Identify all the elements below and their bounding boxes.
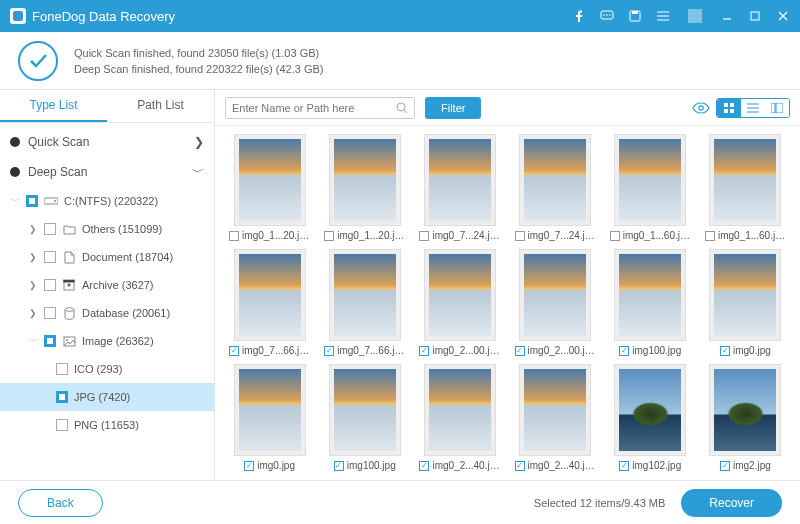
thumbnail-item[interactable]: img0_7...66.jpg — [320, 249, 409, 356]
image-icon — [62, 334, 76, 348]
checkbox-icon[interactable] — [26, 195, 38, 207]
maximize-icon[interactable] — [748, 9, 762, 23]
tree-node-png[interactable]: PNG (11653) — [0, 411, 214, 439]
thumbnail-caption: img0.jpg — [701, 345, 790, 356]
checkbox-icon[interactable] — [515, 231, 525, 241]
thumbnail-item[interactable]: img0_2...40.jpg — [415, 364, 504, 471]
thumbnail-item[interactable]: img0.jpg — [701, 249, 790, 356]
view-list-button[interactable] — [741, 99, 765, 117]
checkbox-icon[interactable] — [56, 419, 68, 431]
checkbox-icon[interactable] — [705, 231, 715, 241]
checkbox-icon[interactable] — [619, 346, 629, 356]
feedback-icon[interactable] — [600, 9, 614, 23]
tree-node-others[interactable]: ❯ Others (151099) — [0, 215, 214, 243]
checkbox-icon[interactable] — [44, 251, 56, 263]
checkbox-icon[interactable] — [720, 461, 730, 471]
tree-node-drive[interactable]: ﹀ C:(NTFS) (220322) — [0, 187, 214, 215]
view-mode-group — [716, 98, 790, 118]
preview-icon[interactable] — [692, 102, 710, 114]
tree-node-document[interactable]: ❯ Document (18704) — [0, 243, 214, 271]
tree-node-archive[interactable]: ❯ Archive (3627) — [0, 271, 214, 299]
tab-type-list[interactable]: Type List — [0, 90, 107, 122]
checkbox-icon[interactable] — [334, 461, 344, 471]
filter-button[interactable]: Filter — [425, 97, 481, 119]
chevron-right-icon: ❯ — [194, 135, 204, 149]
thumbnail-item[interactable]: img0_1...60.jpg — [701, 134, 790, 241]
checkbox-icon[interactable] — [56, 363, 68, 375]
thumbnail-item[interactable]: img0_7...24.jpg — [415, 134, 504, 241]
thumbnail-image — [424, 134, 496, 226]
checkbox-icon[interactable] — [44, 335, 56, 347]
thumbnail-caption: img0_1...20.jpg — [225, 230, 314, 241]
tab-path-list[interactable]: Path List — [107, 90, 214, 122]
thumbnail-item[interactable]: img0_7...24.jpg — [510, 134, 599, 241]
thumbnail-filename: img0_1...20.jpg — [242, 230, 310, 241]
checkbox-icon[interactable] — [44, 223, 56, 235]
checkbox-icon[interactable] — [56, 391, 68, 403]
thumbnail-item[interactable]: img0.jpg — [225, 364, 314, 471]
checkbox-icon[interactable] — [44, 307, 56, 319]
close-icon[interactable] — [776, 9, 790, 23]
checkbox-icon[interactable] — [515, 346, 525, 356]
thumbnail-item[interactable]: img0_2...00.jpg — [510, 249, 599, 356]
checkbox-icon[interactable] — [229, 346, 239, 356]
thumbnail-caption: img0_1...20.jpg — [320, 230, 409, 241]
checkbox-icon[interactable] — [515, 461, 525, 471]
status-panel: Quick Scan finished, found 23050 file(s)… — [0, 32, 800, 90]
checkbox-icon[interactable] — [229, 231, 239, 241]
bullet-icon — [10, 167, 20, 177]
tree-node-image[interactable]: ﹀ Image (26362) — [0, 327, 214, 355]
facebook-icon[interactable] — [572, 9, 586, 23]
svg-point-12 — [66, 339, 68, 341]
svg-rect-17 — [724, 109, 728, 113]
view-detail-button[interactable] — [765, 99, 789, 117]
thumbnail-image — [329, 134, 401, 226]
thumbnail-image — [614, 364, 686, 456]
checkbox-icon[interactable] — [619, 461, 629, 471]
tree-section-quick-scan[interactable]: Quick Scan ❯ — [0, 127, 214, 157]
thumbnail-image — [709, 249, 781, 341]
thumbnail-filename: img0_2...00.jpg — [528, 345, 596, 356]
tree-section-deep-scan[interactable]: Deep Scan ﹀ — [0, 157, 214, 187]
thumbnail-item[interactable]: img0_7...66.jpg — [225, 249, 314, 356]
back-button[interactable]: Back — [18, 489, 103, 517]
svg-rect-19 — [771, 103, 775, 113]
search-input[interactable] — [225, 97, 415, 119]
checkbox-icon[interactable] — [610, 231, 620, 241]
tree-node-jpg[interactable]: JPG (7420) — [0, 383, 214, 411]
titlebar: FoneDog Data Recovery — [0, 0, 800, 32]
checkbox-icon[interactable] — [419, 346, 429, 356]
thumbnail-item[interactable]: img0_1...20.jpg — [320, 134, 409, 241]
content-panel: Filter img0_1...20.jpgimg0_1...20.jpgimg… — [215, 90, 800, 480]
thumbnail-image — [424, 249, 496, 341]
thumbnail-item[interactable]: img2.jpg — [701, 364, 790, 471]
thumbnail-item[interactable]: img100.jpg — [606, 249, 695, 356]
thumbnail-caption: img0_7...24.jpg — [415, 230, 504, 241]
checkbox-icon[interactable] — [244, 461, 254, 471]
tree-node-database[interactable]: ❯ Database (20061) — [0, 299, 214, 327]
checkbox-icon[interactable] — [324, 346, 334, 356]
thumbnail-image — [519, 134, 591, 226]
checkbox-icon[interactable] — [324, 231, 334, 241]
checkbox-icon[interactable] — [419, 461, 429, 471]
recover-button[interactable]: Recover — [681, 489, 782, 517]
thumbnail-item[interactable]: img0_2...00.jpg — [415, 249, 504, 356]
thumbnail-item[interactable]: img0_1...60.jpg — [606, 134, 695, 241]
app-title: FoneDog Data Recovery — [32, 9, 175, 24]
thumbnail-item[interactable]: img0_2...40.jpg — [510, 364, 599, 471]
thumbnail-item[interactable]: img102.jpg — [606, 364, 695, 471]
thumbnail-caption: img102.jpg — [606, 460, 695, 471]
thumbnail-filename: img0_7...24.jpg — [432, 230, 500, 241]
checkbox-icon[interactable] — [720, 346, 730, 356]
search-field[interactable] — [232, 102, 392, 114]
view-grid-button[interactable] — [717, 99, 741, 117]
menu-icon[interactable] — [656, 9, 670, 23]
save-icon[interactable] — [628, 9, 642, 23]
checkbox-icon[interactable] — [419, 231, 429, 241]
checkbox-icon[interactable] — [44, 279, 56, 291]
thumbnail-item[interactable]: img100.jpg — [320, 364, 409, 471]
minimize-icon[interactable] — [720, 9, 734, 23]
tree-node-ico[interactable]: ICO (293) — [0, 355, 214, 383]
svg-point-14 — [699, 105, 703, 109]
thumbnail-item[interactable]: img0_1...20.jpg — [225, 134, 314, 241]
